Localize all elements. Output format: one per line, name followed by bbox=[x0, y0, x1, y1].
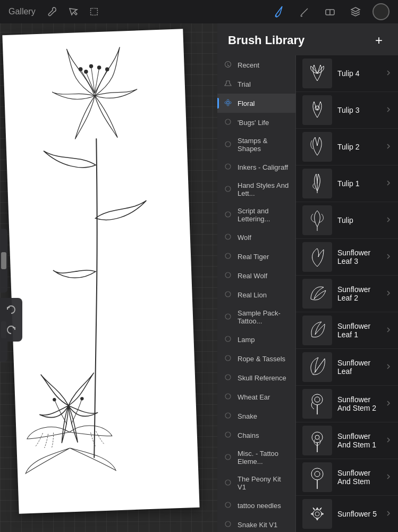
category-item-trial[interactable]: Trial bbox=[217, 74, 295, 94]
category-item-misc-tattoo[interactable]: Misc. - Tattoo Eleme... bbox=[217, 445, 295, 470]
category-item-real-tiger[interactable]: Real Tiger bbox=[217, 247, 295, 266]
category-label-tattoo-needles: tattoo needles bbox=[238, 502, 281, 510]
toolbar-icons bbox=[44, 4, 101, 19]
category-item-real-wolf[interactable]: Real Wolf bbox=[217, 266, 295, 285]
category-item-chains[interactable]: Chains bbox=[217, 426, 295, 445]
brush-item-tulip1[interactable]: Tulip 1 bbox=[296, 165, 398, 202]
brush-item-sunflower-stem1[interactable]: Sunflower And Stem 1 bbox=[296, 422, 398, 459]
brush-name-sunflower-stem1: Sunflower And Stem 1 bbox=[337, 432, 380, 449]
category-item-bugs-life[interactable]: 'Bugs' Life bbox=[217, 113, 295, 132]
brush-chevron-sunflower-stem2 bbox=[385, 399, 392, 409]
svg-point-8 bbox=[106, 68, 109, 71]
opacity-slider[interactable] bbox=[1, 252, 6, 269]
transform-icon[interactable] bbox=[65, 4, 80, 19]
category-item-wolf[interactable]: Wolf bbox=[217, 228, 295, 247]
category-label-peony-kit: The Peony Kit V1 bbox=[238, 475, 289, 491]
category-item-rope-tassels[interactable]: Rope & Tassels bbox=[217, 349, 295, 368]
top-toolbar: Gallery bbox=[0, 0, 398, 23]
color-picker[interactable] bbox=[372, 3, 389, 20]
brush-preview-tulip1 bbox=[302, 169, 332, 198]
add-brush-button[interactable]: + bbox=[370, 32, 387, 49]
category-icon-chains bbox=[224, 430, 233, 440]
category-icon-tattoo-needles bbox=[224, 501, 233, 510]
brush-info-tulip: Tulip bbox=[337, 216, 380, 225]
brush-tool-icon[interactable] bbox=[270, 3, 287, 20]
smudge-tool-icon[interactable] bbox=[296, 3, 313, 20]
svg-point-38 bbox=[225, 502, 231, 508]
undo-button[interactable] bbox=[3, 301, 20, 318]
brush-preview-sunflower5 bbox=[302, 499, 332, 529]
category-icon-trial bbox=[224, 79, 233, 89]
brush-item-sunflower5[interactable]: Sunflower 5 bbox=[296, 496, 398, 532]
brush-item-sunflower-leaf1[interactable]: Sunflower Leaf 1 bbox=[296, 312, 398, 349]
category-item-script-lettering[interactable]: Script and Lettering... bbox=[217, 202, 295, 228]
toolbar-left: Gallery bbox=[9, 4, 101, 19]
category-icon-peony-kit bbox=[224, 478, 233, 488]
brush-item-tulip3[interactable]: Tulip 3 bbox=[296, 92, 398, 129]
brush-chevron-sunflower-leaf2 bbox=[385, 289, 392, 298]
brush-item-sunflower-leaf[interactable]: Sunflower Leaf bbox=[296, 349, 398, 386]
redo-button[interactable] bbox=[3, 321, 20, 338]
category-item-snake-kit[interactable]: Snake Kit V1 bbox=[217, 515, 295, 532]
category-item-skull-reference[interactable]: Skull Reference bbox=[217, 368, 295, 387]
svg-point-25 bbox=[225, 234, 231, 239]
brush-preview-sunflower-stem bbox=[302, 462, 332, 492]
category-item-peony-kit[interactable]: The Peony Kit V1 bbox=[217, 470, 295, 496]
erase-tool-icon[interactable] bbox=[321, 3, 338, 20]
brush-chevron-sunflower-leaf1 bbox=[385, 326, 392, 335]
category-item-tattoo-needles[interactable]: tattoo needles bbox=[217, 496, 295, 515]
svg-point-9 bbox=[84, 70, 88, 73]
brush-name-tulip1: Tulip 1 bbox=[337, 179, 380, 188]
svg-point-39 bbox=[225, 521, 231, 527]
brush-name-sunflower5: Sunflower 5 bbox=[337, 510, 380, 518]
category-icon-wolf bbox=[224, 232, 233, 242]
category-item-sample-pack[interactable]: Sample Pack- Tattoo... bbox=[217, 304, 295, 330]
category-item-floral[interactable]: Floral bbox=[217, 94, 295, 113]
category-icon-script-lettering bbox=[224, 210, 233, 220]
brush-item-sunflower-stem2[interactable]: Sunflower And Stem 2 bbox=[296, 386, 398, 422]
brush-name-sunflower-stem: Sunflower And Stem bbox=[337, 469, 380, 486]
brush-name-sunflower-leaf3: Sunflower Leaf 3 bbox=[337, 248, 380, 265]
paper bbox=[2, 29, 199, 513]
category-icon-real-tiger bbox=[224, 252, 233, 261]
brush-name-tulip4: Tulip 4 bbox=[337, 69, 380, 78]
category-item-stamps-shapes[interactable]: Stamps & Shapes bbox=[217, 132, 295, 157]
category-label-trial: Trial bbox=[238, 80, 251, 88]
svg-point-36 bbox=[225, 454, 231, 460]
svg-point-11 bbox=[81, 397, 83, 400]
brush-item-tulip4[interactable]: Tulip 4 bbox=[296, 55, 398, 92]
wrench-icon[interactable] bbox=[44, 4, 59, 19]
brush-chevron-tulip2 bbox=[385, 142, 392, 152]
category-label-inkers-caligraff: Inkers - Caligraff bbox=[238, 163, 288, 171]
category-item-lamp[interactable]: Lamp bbox=[217, 330, 295, 349]
category-label-hand-styles: Hand Styles And Lett... bbox=[238, 181, 289, 197]
svg-point-50 bbox=[312, 394, 323, 405]
brush-name-sunflower-stem2: Sunflower And Stem 2 bbox=[337, 395, 380, 412]
category-label-wheat-ear: Wheat Ear bbox=[238, 393, 270, 401]
brush-info-sunflower-leaf1: Sunflower Leaf 1 bbox=[337, 322, 380, 339]
brush-item-tulip[interactable]: Tulip bbox=[296, 202, 398, 239]
layers-icon[interactable] bbox=[347, 3, 364, 20]
brush-name-tulip3: Tulip 3 bbox=[337, 106, 380, 114]
brush-info-tulip2: Tulip 2 bbox=[337, 143, 380, 151]
category-item-recent[interactable]: Recent bbox=[217, 55, 295, 74]
brush-item-sunflower-leaf2[interactable]: Sunflower Leaf 2 bbox=[296, 276, 398, 312]
category-item-snake[interactable]: Snake bbox=[217, 406, 295, 426]
category-label-real-wolf: Real Wolf bbox=[238, 272, 267, 280]
brush-item-sunflower-stem[interactable]: Sunflower And Stem bbox=[296, 459, 398, 496]
category-item-wheat-ear[interactable]: Wheat Ear bbox=[217, 387, 295, 406]
selection-icon[interactable] bbox=[87, 4, 101, 19]
category-item-hand-styles[interactable]: Hand Styles And Lett... bbox=[217, 177, 295, 202]
brush-info-sunflower-leaf: Sunflower Leaf bbox=[337, 359, 380, 376]
brush-item-tulip2[interactable]: Tulip 2 bbox=[296, 129, 398, 165]
category-label-wolf: Wolf bbox=[238, 234, 251, 242]
gallery-button[interactable]: Gallery bbox=[9, 7, 36, 16]
category-item-real-lion[interactable]: Real Lion bbox=[217, 285, 295, 304]
panel-header: Brush Library + bbox=[217, 23, 398, 55]
brush-item-sunflower-leaf3[interactable]: Sunflower Leaf 3 bbox=[296, 239, 398, 276]
brush-info-sunflower-leaf3: Sunflower Leaf 3 bbox=[337, 248, 380, 265]
svg-point-51 bbox=[315, 397, 320, 402]
svg-point-37 bbox=[225, 480, 231, 485]
category-item-inkers-caligraff[interactable]: Inkers - Caligraff bbox=[217, 157, 295, 177]
svg-point-22 bbox=[225, 164, 231, 169]
